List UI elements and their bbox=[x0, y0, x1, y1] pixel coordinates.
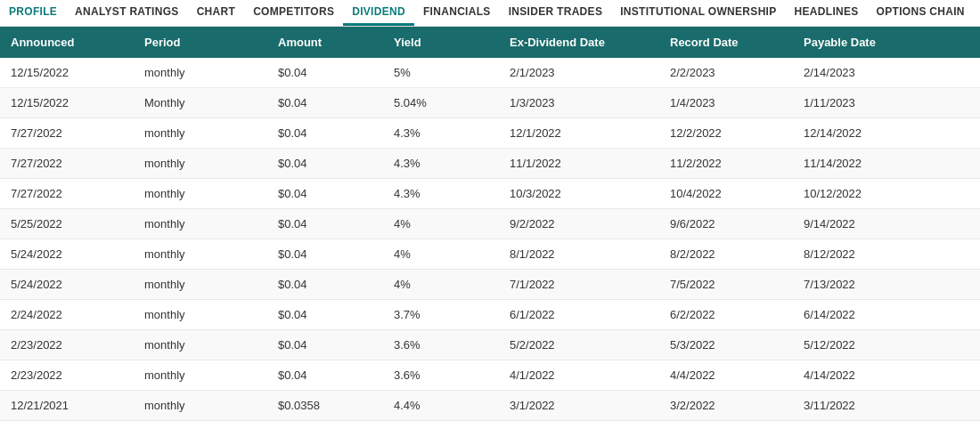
cell-r11-c4: 3/1/2022 bbox=[499, 391, 659, 420]
cell-r10-c3: 3.6% bbox=[383, 360, 499, 390]
cell-r10-c2: $0.04 bbox=[267, 360, 383, 390]
cell-r0-c6: 2/14/2023 bbox=[793, 58, 935, 87]
cell-r4-c2: $0.04 bbox=[267, 179, 383, 208]
cell-r10-c4: 4/1/2022 bbox=[499, 360, 659, 390]
cell-r11-c0: 12/21/2021 bbox=[0, 391, 134, 420]
cell-r8-c0: 2/24/2022 bbox=[0, 300, 134, 329]
cell-r2-c2: $0.04 bbox=[267, 118, 383, 148]
cell-r3-c6: 11/14/2022 bbox=[793, 149, 935, 178]
cell-r9-c2: $0.04 bbox=[267, 330, 383, 360]
cell-r0-c2: $0.04 bbox=[267, 58, 383, 87]
cell-r9-c5: 5/3/2022 bbox=[659, 330, 793, 360]
cell-r1-c0: 12/15/2022 bbox=[0, 88, 134, 117]
cell-r7-c3: 4% bbox=[383, 270, 499, 299]
cell-r6-c1: monthly bbox=[134, 239, 267, 269]
table-header: AnnouncedPeriodAmountYieldEx-Dividend Da… bbox=[0, 27, 980, 58]
column-header-record-date: Record Date bbox=[659, 36, 793, 49]
table-body: 12/15/2022monthly$0.045%2/1/20232/2/2023… bbox=[0, 58, 980, 421]
table-row: 7/27/2022monthly$0.044.3%12/1/202212/2/2… bbox=[0, 118, 980, 149]
nav-item-dividend[interactable]: DIVIDEND bbox=[343, 0, 414, 26]
cell-r4-c3: 4.3% bbox=[383, 179, 499, 208]
cell-r6-c2: $0.04 bbox=[267, 239, 383, 269]
column-header-announced: Announced bbox=[0, 36, 134, 49]
cell-r5-c6: 9/14/2022 bbox=[793, 209, 935, 239]
cell-r9-c3: 3.6% bbox=[383, 330, 499, 360]
nav-item-institutional-ownership[interactable]: INSTITUTIONAL OWNERSHIP bbox=[611, 0, 785, 26]
cell-r6-c4: 8/1/2022 bbox=[499, 239, 659, 269]
table-row: 2/23/2022monthly$0.043.6%5/2/20225/3/202… bbox=[0, 330, 980, 360]
cell-r0-c4: 2/1/2023 bbox=[499, 58, 659, 87]
cell-r7-c5: 7/5/2022 bbox=[659, 270, 793, 299]
cell-r3-c4: 11/1/2022 bbox=[499, 149, 659, 178]
cell-r10-c5: 4/4/2022 bbox=[659, 360, 793, 390]
cell-r10-c0: 2/23/2022 bbox=[0, 360, 134, 390]
cell-r1-c2: $0.04 bbox=[267, 88, 383, 117]
nav-item-headlines[interactable]: HEADLINES bbox=[786, 0, 868, 26]
cell-r3-c1: monthly bbox=[134, 149, 267, 178]
cell-r2-c1: monthly bbox=[134, 118, 267, 148]
table-row: 12/21/2021monthly$0.03584.4%3/1/20223/2/… bbox=[0, 391, 980, 421]
cell-r5-c5: 9/6/2022 bbox=[659, 209, 793, 239]
cell-r9-c1: monthly bbox=[134, 330, 267, 360]
nav-item-sec-filings[interactable]: SEC FILINGS bbox=[974, 0, 980, 26]
table-row: 12/15/2022monthly$0.045%2/1/20232/2/2023… bbox=[0, 58, 980, 88]
cell-r1-c3: 5.04% bbox=[383, 88, 499, 117]
cell-r6-c0: 5/24/2022 bbox=[0, 239, 134, 269]
cell-r2-c3: 4.3% bbox=[383, 118, 499, 148]
cell-r7-c1: monthly bbox=[134, 270, 267, 299]
cell-r3-c0: 7/27/2022 bbox=[0, 149, 134, 178]
cell-r5-c0: 5/25/2022 bbox=[0, 209, 134, 239]
cell-r2-c5: 12/2/2022 bbox=[659, 118, 793, 148]
cell-r7-c4: 7/1/2022 bbox=[499, 270, 659, 299]
nav-item-insider-trades[interactable]: INSIDER TRADES bbox=[500, 0, 612, 26]
table-row: 2/23/2022monthly$0.043.6%4/1/20224/4/202… bbox=[0, 360, 980, 391]
nav-item-options-chain[interactable]: OPTIONS CHAIN bbox=[868, 0, 974, 26]
cell-r5-c3: 4% bbox=[383, 209, 499, 239]
column-header-yield: Yield bbox=[383, 36, 499, 49]
nav-item-chart[interactable]: CHART bbox=[188, 0, 245, 26]
cell-r2-c0: 7/27/2022 bbox=[0, 118, 134, 148]
cell-r1-c5: 1/4/2023 bbox=[659, 88, 793, 117]
cell-r11-c3: 4.4% bbox=[383, 391, 499, 420]
nav-item-financials[interactable]: FINANCIALS bbox=[414, 0, 500, 26]
cell-r5-c4: 9/2/2022 bbox=[499, 209, 659, 239]
cell-r4-c6: 10/12/2022 bbox=[793, 179, 935, 208]
nav-item-profile[interactable]: PROFILE bbox=[0, 0, 66, 26]
nav-bar: PROFILEANALYST RATINGSCHARTCOMPETITORSDI… bbox=[0, 0, 980, 27]
nav-item-analyst-ratings[interactable]: ANALYST RATINGS bbox=[66, 0, 188, 26]
cell-r8-c6: 6/14/2022 bbox=[793, 300, 935, 329]
cell-r5-c1: monthly bbox=[134, 209, 267, 239]
table-row: 7/27/2022monthly$0.044.3%11/1/202211/2/2… bbox=[0, 149, 980, 179]
cell-r0-c5: 2/2/2023 bbox=[659, 58, 793, 87]
cell-r1-c1: Monthly bbox=[134, 88, 267, 117]
cell-r11-c6: 3/11/2022 bbox=[793, 391, 935, 420]
column-header-ex-dividend-date: Ex-Dividend Date bbox=[499, 36, 659, 49]
cell-r11-c5: 3/2/2022 bbox=[659, 391, 793, 420]
cell-r0-c0: 12/15/2022 bbox=[0, 58, 134, 87]
cell-r2-c6: 12/14/2022 bbox=[793, 118, 935, 148]
cell-r10-c6: 4/14/2022 bbox=[793, 360, 935, 390]
cell-r4-c5: 10/4/2022 bbox=[659, 179, 793, 208]
table-row: 12/15/2022Monthly$0.045.04%1/3/20231/4/2… bbox=[0, 88, 980, 118]
cell-r11-c2: $0.0358 bbox=[267, 391, 383, 420]
cell-r0-c1: monthly bbox=[134, 58, 267, 87]
cell-r9-c0: 2/23/2022 bbox=[0, 330, 134, 360]
column-header-period: Period bbox=[134, 36, 267, 49]
cell-r8-c3: 3.7% bbox=[383, 300, 499, 329]
cell-r7-c6: 7/13/2022 bbox=[793, 270, 935, 299]
cell-r5-c2: $0.04 bbox=[267, 209, 383, 239]
column-header-payable-date: Payable Date bbox=[793, 36, 935, 49]
cell-r10-c1: monthly bbox=[134, 360, 267, 390]
cell-r3-c2: $0.04 bbox=[267, 149, 383, 178]
cell-r1-c6: 1/11/2023 bbox=[793, 88, 935, 117]
cell-r11-c1: monthly bbox=[134, 391, 267, 420]
cell-r7-c0: 5/24/2022 bbox=[0, 270, 134, 299]
cell-r0-c3: 5% bbox=[383, 58, 499, 87]
table-row: 5/24/2022monthly$0.044%7/1/20227/5/20227… bbox=[0, 270, 980, 300]
cell-r8-c2: $0.04 bbox=[267, 300, 383, 329]
nav-item-competitors[interactable]: COMPETITORS bbox=[244, 0, 343, 26]
cell-r4-c4: 10/3/2022 bbox=[499, 179, 659, 208]
cell-r9-c6: 5/12/2022 bbox=[793, 330, 935, 360]
table-row: 5/25/2022monthly$0.044%9/2/20229/6/20229… bbox=[0, 209, 980, 239]
cell-r8-c4: 6/1/2022 bbox=[499, 300, 659, 329]
